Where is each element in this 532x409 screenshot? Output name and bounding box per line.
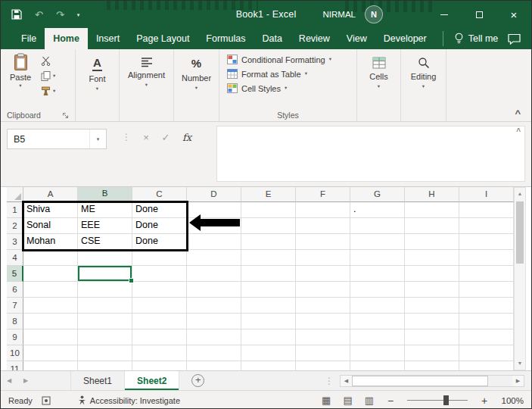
cell-I8[interactable] xyxy=(459,314,514,329)
cell-H6[interactable] xyxy=(405,282,459,298)
cell-A10[interactable] xyxy=(23,345,78,361)
cell-F3[interactable] xyxy=(296,234,350,250)
cell-I11[interactable] xyxy=(459,361,514,370)
cell-B11[interactable] xyxy=(78,361,132,370)
cell-D4[interactable] xyxy=(187,250,241,266)
row-header-5[interactable]: 5 xyxy=(7,266,23,282)
cell-I6[interactable] xyxy=(459,282,514,298)
zoom-out-icon[interactable]: − xyxy=(386,395,395,407)
cell-H4[interactable] xyxy=(405,250,459,266)
cell-A7[interactable] xyxy=(23,298,78,314)
cell-A2[interactable]: Sonal xyxy=(23,218,78,234)
cell-B3[interactable]: CSE xyxy=(78,234,132,250)
normal-view-icon[interactable]: ▦ xyxy=(322,395,331,405)
cell-D1[interactable] xyxy=(187,202,241,218)
macro-record-icon[interactable] xyxy=(42,396,51,405)
avatar[interactable]: N xyxy=(365,5,383,23)
cell-F4[interactable] xyxy=(296,250,350,266)
cell-C10[interactable] xyxy=(132,345,187,361)
scroll-right-icon[interactable]: ▶ xyxy=(512,376,524,386)
cell-F5[interactable] xyxy=(296,266,350,282)
column-header-A[interactable]: A xyxy=(23,187,78,202)
tab-insert[interactable]: Insert xyxy=(88,28,128,49)
cell-I10[interactable] xyxy=(459,345,514,361)
paste-button[interactable]: Paste ▾ xyxy=(5,53,36,108)
cell-A11[interactable] xyxy=(23,361,78,370)
paste-dropdown-icon[interactable]: ▾ xyxy=(19,83,21,89)
cell-D10[interactable] xyxy=(187,345,241,361)
cell-B10[interactable] xyxy=(78,345,132,361)
cell-H7[interactable] xyxy=(405,298,459,314)
cell-D5[interactable] xyxy=(187,266,241,282)
column-header-I[interactable]: I xyxy=(459,187,514,202)
collapse-ribbon-icon[interactable]: ^ xyxy=(515,108,521,119)
zoom-slider-thumb[interactable] xyxy=(443,395,449,405)
cell-H1[interactable] xyxy=(405,202,459,218)
cell-C7[interactable] xyxy=(132,298,187,314)
cell-D7[interactable] xyxy=(187,298,241,314)
cell-E7[interactable] xyxy=(241,298,296,314)
cell-C4[interactable] xyxy=(132,250,187,266)
row-header-1[interactable]: 1 xyxy=(7,202,23,218)
cell-G6[interactable] xyxy=(350,282,405,298)
cell-G11[interactable] xyxy=(350,361,405,370)
tab-formulas[interactable]: Formulas xyxy=(198,28,254,49)
cell-A3[interactable]: Mohan xyxy=(23,234,78,250)
cut-button[interactable] xyxy=(41,55,55,66)
save-icon[interactable] xyxy=(11,9,22,20)
zoom-in-icon[interactable]: + xyxy=(480,395,489,407)
column-header-H[interactable]: H xyxy=(405,187,459,202)
number-group-button[interactable]: % Number ▾ xyxy=(174,49,219,121)
cell-F1[interactable] xyxy=(296,202,350,218)
cells-group-button[interactable]: Cells ▾ xyxy=(357,49,401,121)
page-layout-view-icon[interactable]: ▤ xyxy=(343,395,352,405)
cell-G1[interactable]: . xyxy=(350,202,405,218)
cell-B1[interactable]: ME xyxy=(78,202,132,218)
tab-developer[interactable]: Developer xyxy=(375,28,435,49)
cell-H5[interactable] xyxy=(405,266,459,282)
scroll-up-icon[interactable]: ▲ xyxy=(515,188,525,200)
editing-group-button[interactable]: Editing ▾ xyxy=(401,49,446,121)
row-header-7[interactable]: 7 xyxy=(7,298,23,314)
column-header-F[interactable]: F xyxy=(296,187,350,202)
cell-A9[interactable] xyxy=(23,329,78,345)
row-header-2[interactable]: 2 xyxy=(7,218,23,234)
new-sheet-button[interactable]: + xyxy=(191,374,204,387)
cell-E6[interactable] xyxy=(241,282,296,298)
row-header-4[interactable]: 4 xyxy=(7,250,23,266)
cell-E2[interactable] xyxy=(241,218,296,234)
column-header-G[interactable]: G xyxy=(350,187,405,202)
tab-page-layout[interactable]: Page Layout xyxy=(128,28,198,49)
cell-H11[interactable] xyxy=(405,361,459,370)
cell-B8[interactable] xyxy=(78,314,132,329)
cell-B7[interactable] xyxy=(78,298,132,314)
cell-C3[interactable]: Done xyxy=(132,234,187,250)
format-as-table-button[interactable]: Format as Table ▾ xyxy=(227,69,352,79)
cell-G5[interactable] xyxy=(350,266,405,282)
comments-icon[interactable] xyxy=(508,28,521,49)
cell-C2[interactable]: Done xyxy=(132,218,187,234)
cell-D3[interactable] xyxy=(187,234,241,250)
cell-I5[interactable] xyxy=(459,266,514,282)
minimize-button[interactable] xyxy=(427,1,462,28)
cell-E4[interactable] xyxy=(241,250,296,266)
cell-D9[interactable] xyxy=(187,329,241,345)
font-group-button[interactable]: A Font ▾ xyxy=(76,49,120,121)
cell-G2[interactable] xyxy=(350,218,405,234)
select-all-corner[interactable] xyxy=(7,187,23,202)
cell-A5[interactable] xyxy=(23,266,78,282)
cell-C1[interactable]: Done xyxy=(132,202,187,218)
tab-view[interactable]: View xyxy=(338,28,375,49)
row-header-8[interactable]: 8 xyxy=(7,314,23,329)
cancel-icon[interactable]: × xyxy=(138,132,154,143)
row-header-9[interactable]: 9 xyxy=(7,329,23,345)
cell-I9[interactable] xyxy=(459,329,514,345)
cell-G7[interactable] xyxy=(350,298,405,314)
cell-H9[interactable] xyxy=(405,329,459,345)
cell-G9[interactable] xyxy=(350,329,405,345)
cell-A1[interactable]: Shiva xyxy=(23,202,78,218)
insert-function-button[interactable]: fx xyxy=(179,132,194,143)
vertical-scrollbar[interactable]: ▲ ▼ xyxy=(514,187,526,370)
cell-C11[interactable] xyxy=(132,361,187,370)
cell-B9[interactable] xyxy=(78,329,132,345)
